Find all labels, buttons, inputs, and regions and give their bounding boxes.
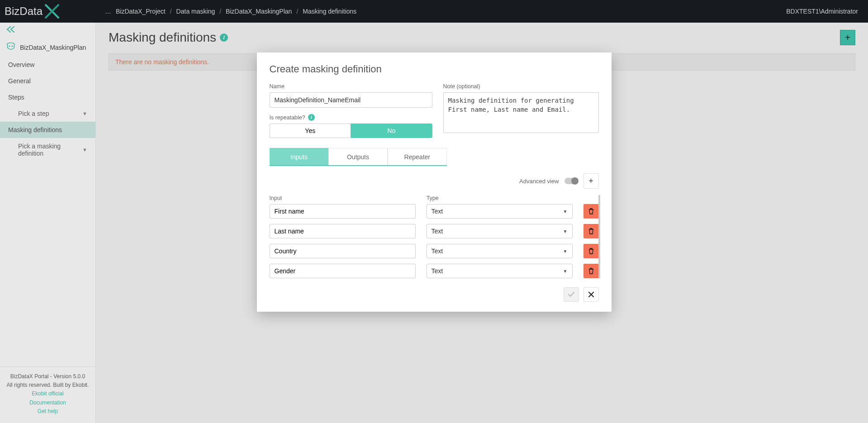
delete-row-button[interactable] <box>583 224 599 238</box>
tab-outputs[interactable]: Outputs <box>328 148 388 165</box>
chevron-down-icon: ▼ <box>563 229 568 234</box>
trash-icon <box>588 228 594 234</box>
input-type-select[interactable]: Text▼ <box>427 244 573 258</box>
repeatable-no-button[interactable]: No <box>351 124 432 138</box>
close-icon <box>588 292 594 297</box>
input-name-field[interactable] <box>270 224 416 238</box>
repeatable-segmented: Yes No <box>270 124 432 138</box>
plus-icon: + <box>588 176 593 186</box>
trash-icon <box>588 268 594 274</box>
dialog-actions <box>270 287 599 302</box>
grid-row: Text▼ <box>270 244 599 258</box>
name-label: Name <box>270 83 432 90</box>
cancel-button[interactable] <box>583 287 599 302</box>
dialog-title: Create masking definition <box>270 63 599 75</box>
input-type-select[interactable]: Text▼ <box>427 264 573 278</box>
confirm-button[interactable] <box>564 287 579 302</box>
grid-row: Text▼ <box>270 204 599 219</box>
input-type-select[interactable]: Text▼ <box>427 224 573 238</box>
select-value: Text <box>432 228 443 235</box>
delete-row-button[interactable] <box>583 204 599 219</box>
tab-inputs[interactable]: Inputs <box>270 148 329 165</box>
delete-row-button[interactable] <box>583 264 599 278</box>
trash-icon <box>588 208 594 214</box>
info-icon[interactable]: i <box>308 114 315 121</box>
select-value: Text <box>432 247 443 255</box>
repeatable-label-text: Is repeatable? <box>270 114 305 121</box>
input-type-select[interactable]: Text▼ <box>427 204 573 219</box>
add-input-row-button[interactable]: + <box>583 173 599 189</box>
inputs-grid: Input Type Text▼ Text▼ Text▼ Text▼ <box>270 195 599 278</box>
repeatable-label: Is repeatable? i <box>270 114 432 121</box>
name-input[interactable] <box>270 92 432 108</box>
grid-row: Text▼ <box>270 264 599 278</box>
input-name-field[interactable] <box>270 244 416 258</box>
input-name-field[interactable] <box>270 204 416 219</box>
select-value: Text <box>432 208 443 215</box>
chevron-down-icon: ▼ <box>563 209 568 214</box>
note-label: Note (optional) <box>443 83 599 90</box>
grid-scrollbar[interactable] <box>598 195 600 278</box>
select-value: Text <box>432 267 443 275</box>
note-textarea[interactable] <box>443 92 599 133</box>
chevron-down-icon: ▼ <box>563 269 568 274</box>
advanced-view-label: Advanced view <box>519 178 559 185</box>
create-masking-definition-dialog: Create masking definition Name Is repeat… <box>257 52 612 312</box>
check-icon <box>568 291 575 298</box>
grid-row: Text▼ <box>270 224 599 238</box>
grid-header-input: Input <box>270 195 416 201</box>
trash-icon <box>588 248 594 254</box>
tab-repeater[interactable]: Repeater <box>388 148 447 165</box>
dialog-tabs: Inputs Outputs Repeater <box>270 148 447 166</box>
chevron-down-icon: ▼ <box>563 249 568 254</box>
grid-header-type: Type <box>427 195 573 201</box>
input-name-field[interactable] <box>270 264 416 278</box>
advanced-view-toggle[interactable] <box>564 178 578 184</box>
delete-row-button[interactable] <box>583 244 599 258</box>
repeatable-yes-button[interactable]: Yes <box>270 124 351 138</box>
